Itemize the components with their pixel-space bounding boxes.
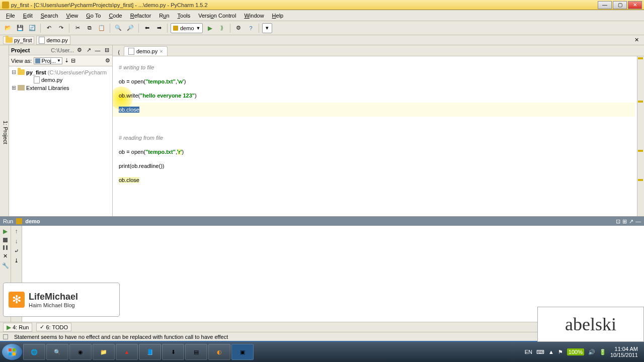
rerun-icon[interactable]: ▶ [3,228,8,235]
tray-flag-icon[interactable]: ⚑ [558,349,563,355]
taskbar-app-acrobat[interactable]: ▲ [116,344,138,360]
breadcrumb-root[interactable]: py_first [3,36,34,44]
breadcrumb-file[interactable]: demo.py [36,36,70,45]
status-message: Statement seems to have no effect and ca… [14,334,559,340]
dropdown-icon[interactable]: ▾ [262,23,272,33]
wrench-icon[interactable]: 🔧 [2,262,9,269]
soft-wrap-icon[interactable]: ⤶ [14,248,19,254]
tray-language[interactable]: EN [525,349,532,355]
redo-icon[interactable]: ↷ [56,23,66,33]
stop-icon[interactable] [3,238,8,242]
breadcrumb-close-icon[interactable]: ✕ [632,37,641,43]
panel-restore-icon[interactable]: ⊞ [622,218,627,225]
taskbar-app-explorer[interactable]: 📁 [93,344,115,360]
tab-close-icon[interactable]: × [159,48,163,54]
panel-pin-icon[interactable]: ⊡ [616,218,620,225]
tray-sound-icon[interactable]: 🔊 [588,349,595,355]
taskbar-app-ie[interactable]: 🌐 [23,344,45,360]
menu-tools[interactable]: Tools [174,12,195,20]
taskbar-app-misc1[interactable]: ▤ [185,344,207,360]
taskbar-app-word[interactable]: 📘 [139,344,161,360]
status-icon[interactable] [3,334,8,339]
tray-battery-icon[interactable]: 🔋 [599,349,606,355]
editor-gutter-right[interactable] [637,56,644,216]
tree-root-label: py_first [26,69,46,75]
main-toolbar: 📂 💾 🔄 ↶ ↷ ✂ ⧉ 📋 🔍 🔎 ⬅ ➡ demo ▼ ▶ ⟫ ⚙ ? ▾ [0,21,644,35]
panel-hide-icon[interactable]: — [635,218,641,225]
taskbar-app-download[interactable]: ⬇ [162,344,184,360]
panel-collapse-icon[interactable]: ↗ [85,47,92,54]
scroll-icon[interactable]: ⤓ [14,257,19,264]
autoscroll-icon[interactable]: ⇣ [64,57,69,64]
panel-gear-icon[interactable]: ⚙ [105,57,110,64]
save-icon[interactable]: 💾 [15,23,25,33]
menu-window[interactable]: Window [240,12,268,20]
taskbar-app-recorder[interactable]: ▣ [231,344,254,360]
menu-edit[interactable]: Edit [19,12,37,20]
replace-icon[interactable]: 🔎 [125,23,135,33]
tree-root-path: (C:\Users\user\Pycharm [48,69,107,75]
run-icon[interactable]: ▶ [205,23,215,33]
tray-keyboard-icon[interactable]: ⌨ [536,349,544,355]
minimize-button[interactable]: — [598,1,612,9]
settings-icon[interactable]: ⚙ [233,23,244,33]
panel-settings-icon[interactable]: ⚙ [76,47,83,54]
taskbar-app-magnifier[interactable]: 🔍 [46,344,68,360]
project-panel: Project C:\User... ⚙ ↗ — ⊟ View as: Proj… [9,45,113,216]
close-run-icon[interactable]: ✕ [3,253,8,259]
tab-nav-icon[interactable]: ⟨ [115,49,123,56]
back-icon[interactable]: ⬅ [142,23,152,33]
panel-float-icon[interactable]: ↗ [629,218,633,225]
forward-icon[interactable]: ➡ [154,23,164,33]
up-icon[interactable]: ↑ [15,228,18,235]
svg-rect-4 [13,352,16,355]
tab-todo[interactable]: ✓ 6: TODO [36,323,71,331]
menu-refactor[interactable]: Refactor [126,12,155,20]
debug-icon[interactable]: ⟫ [217,23,227,33]
close-button[interactable]: ✕ [628,1,642,9]
editor-tab-demo[interactable]: demo.py × [124,46,168,56]
tab-run-label: 4: Run [13,324,29,330]
copy-icon[interactable]: ⧉ [85,23,95,33]
menu-run[interactable]: Run [155,12,173,20]
find-icon[interactable]: 🔍 [113,23,123,33]
run-config-combo[interactable]: demo ▼ [171,23,203,33]
view-icon [35,58,40,63]
project-path: C:\User... [51,47,74,53]
taskbar-app-chrome[interactable]: ◉ [69,344,92,360]
python-file-icon [128,48,134,55]
collapse-all-icon[interactable]: ⊟ [71,57,75,64]
tray-chevron-up-icon[interactable]: ▲ [548,349,554,355]
menu-vcs[interactable]: Version Control [194,12,240,20]
sync-icon[interactable]: 🔄 [27,23,37,33]
sidebar-collapsed-project[interactable]: 1: Project [0,45,9,216]
menu-code[interactable]: Code [105,12,126,20]
editor-tabs: ⟨ demo.py × [113,45,644,56]
tray-clock[interactable]: 11:04 AM 10/15/2011 [610,346,638,358]
down-icon[interactable]: ↓ [15,238,18,245]
tree-external-libs[interactable]: ⊞ External Libraries [11,84,110,92]
pause-icon[interactable] [3,245,8,250]
menu-help[interactable]: Help [268,12,288,20]
panel-hide-icon[interactable]: ⊟ [103,47,110,54]
view-as-combo[interactable]: Proj... ▼ [34,57,62,64]
paste-icon[interactable]: 📋 [97,23,107,33]
menu-goto[interactable]: Go To [82,12,105,20]
tree-file-demo[interactable]: demo.py [11,76,110,84]
maximize-button[interactable]: ▢ [613,1,627,9]
cut-icon[interactable]: ✂ [72,23,83,33]
menu-view[interactable]: View [62,12,83,20]
tab-run[interactable]: ▶ 4: Run [3,323,32,332]
start-button[interactable] [2,344,22,360]
taskbar-app-pycharm[interactable]: ◐ [208,344,230,360]
code-editor[interactable]: # writing to file ob = open("tempo.txt",… [113,56,644,216]
open-icon[interactable]: 📂 [3,23,13,33]
menu-file[interactable]: File [2,12,19,20]
help-icon[interactable]: ? [246,23,256,33]
window-title: py_first - [C:\Users\user\PycharmProject… [11,2,598,8]
tray-zoom[interactable]: 100% [567,348,584,355]
undo-icon[interactable]: ↶ [44,23,54,33]
panel-minimize-icon[interactable]: — [94,47,101,54]
tree-root[interactable]: ⊟ py_first (C:\Users\user\Pycharm [11,68,110,76]
menu-search[interactable]: Search [37,12,62,20]
